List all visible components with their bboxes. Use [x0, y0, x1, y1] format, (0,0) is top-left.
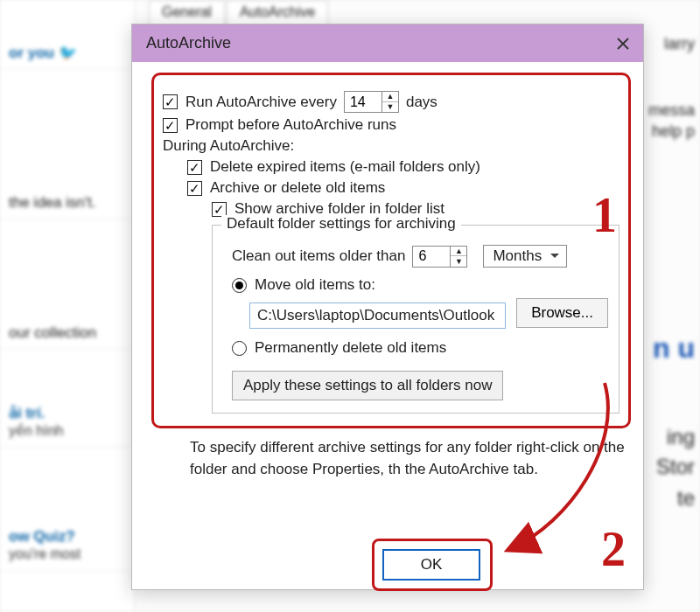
run-every-days-input[interactable]	[345, 92, 382, 112]
annotation-frame-1: Run AutoArchive every ▲▼ days Prompt bef…	[151, 73, 631, 428]
default-folder-settings-group: Default folder settings for archiving Cl…	[212, 225, 620, 414]
units-select[interactable]: Months	[483, 245, 567, 268]
bg-left-item: our collection	[0, 319, 130, 350]
autoarchive-dialog: AutoArchive Run AutoArchive every ▲▼ day…	[131, 24, 644, 590]
run-every-row: Run AutoArchive every ▲▼ days	[163, 91, 620, 113]
bg-right-fragment: n u	[653, 332, 695, 365]
background-left-pane: or you 🐦 the idea isn't. our collection …	[0, 0, 136, 612]
clean-out-row: Clean out items older than ▲▼ Months	[232, 245, 608, 268]
stepper-buttons[interactable]: ▲▼	[382, 92, 398, 112]
dialog-titlebar: AutoArchive	[132, 24, 643, 62]
browse-button[interactable]: Browse...	[516, 298, 608, 328]
delete-expired-checkbox[interactable]	[187, 160, 202, 175]
bg-right-fragment: help p	[652, 122, 695, 141]
move-old-items-radio[interactable]	[232, 278, 247, 293]
bg-left-item: or you 🐦	[0, 38, 130, 70]
archive-or-delete-label: Archive or delete old items	[210, 179, 385, 197]
bg-left-item: ải trí.yền hình	[0, 399, 130, 448]
dialog-title: AutoArchive	[146, 34, 231, 52]
delete-expired-label: Delete expired items (e-mail folders onl…	[210, 158, 480, 176]
chevron-down-icon[interactable]: ▼	[382, 102, 398, 112]
archive-or-delete-row: Archive or delete old items	[187, 179, 620, 197]
clean-out-label: Clean out items older than	[232, 247, 405, 265]
show-archive-folder-checkbox[interactable]	[212, 202, 227, 217]
archive-path-field[interactable]: C:\Users\laptop\Documents\Outlook	[249, 303, 506, 329]
bg-right-fragment: messa	[648, 101, 695, 120]
ok-button-wrap: OK	[382, 549, 480, 581]
bg-left-item: the idea isn't.	[0, 189, 130, 219]
stepper-buttons[interactable]: ▲▼	[450, 247, 466, 267]
bg-left-item: ow Quiz?you're most	[0, 523, 130, 571]
bg-right-fragment: larry	[664, 35, 695, 53]
perm-delete-label: Permanently delete old items	[255, 339, 446, 357]
clean-out-stepper[interactable]: ▲▼	[412, 246, 467, 268]
apply-all-folders-button[interactable]: Apply these settings to all folders now	[232, 371, 503, 400]
prompt-label: Prompt before AutoArchive runs	[186, 116, 396, 134]
bg-right-fragment: Stor	[656, 455, 695, 479]
run-every-label: Run AutoArchive every	[186, 94, 337, 111]
prompt-row: Prompt before AutoArchive runs	[163, 116, 620, 134]
bg-right-fragment: ing	[667, 425, 695, 449]
delete-expired-row: Delete expired items (e-mail folders onl…	[187, 158, 620, 176]
run-every-days-stepper[interactable]: ▲▼	[344, 91, 399, 113]
prompt-checkbox[interactable]	[163, 118, 178, 133]
move-old-items-row: Move old items to:	[232, 276, 608, 294]
perm-delete-radio[interactable]	[232, 341, 247, 356]
annotation-number-2: 2	[601, 521, 626, 577]
chevron-up-icon[interactable]: ▲	[451, 247, 466, 257]
run-every-days-suffix: days	[406, 94, 438, 111]
dialog-content: Run AutoArchive every ▲▼ days Prompt bef…	[132, 62, 643, 489]
run-every-checkbox[interactable]	[163, 94, 178, 109]
folder-hint-text: To specify different archive settings fo…	[151, 437, 631, 480]
clean-out-value-input[interactable]	[413, 247, 450, 267]
groupbox-legend: Default folder settings for archiving	[221, 215, 461, 233]
bg-right-fragment: te	[677, 486, 695, 511]
archive-path-row: C:\Users\laptop\Documents\Outlook Browse…	[225, 297, 608, 329]
chevron-down-icon[interactable]: ▼	[451, 256, 466, 266]
perm-delete-row: Permanently delete old items	[232, 339, 608, 357]
chevron-up-icon[interactable]: ▲	[382, 92, 398, 102]
move-old-items-label: Move old items to:	[255, 276, 375, 294]
archive-or-delete-checkbox[interactable]	[187, 181, 202, 196]
ok-button[interactable]: OK	[382, 549, 480, 581]
close-icon[interactable]	[613, 34, 633, 53]
during-label: During AutoArchive:	[163, 137, 620, 155]
